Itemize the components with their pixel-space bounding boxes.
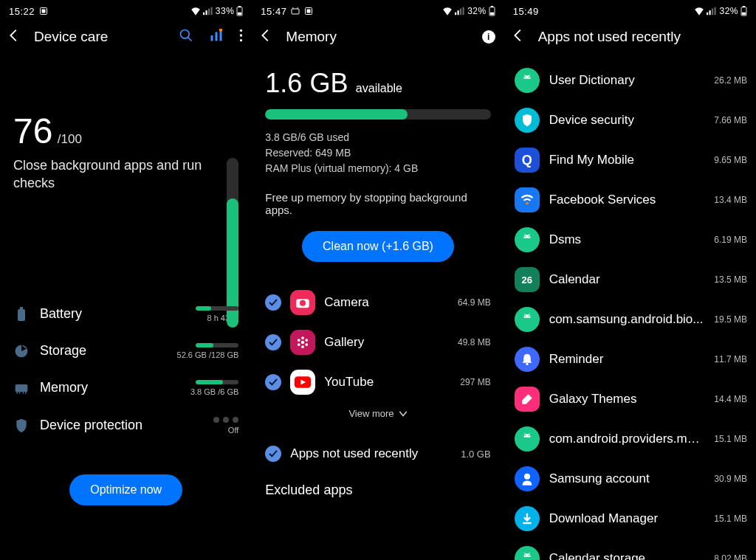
wifi-icon	[694, 7, 704, 15]
category-battery[interactable]: Battery 8 h 43 m	[13, 296, 238, 333]
svg-rect-11	[211, 35, 213, 41]
checkbox-checked-icon[interactable]	[265, 446, 281, 462]
svg-point-36	[300, 300, 306, 306]
more-icon[interactable]	[239, 28, 243, 46]
running-apps-list: Camera 64.9 MB Gallery 49.8 MB YouTube 2…	[265, 283, 490, 419]
memory-hint: Free up memory by stopping background ap…	[265, 191, 490, 216]
clean-now-button[interactable]: Clean now (+1.6 GB)	[302, 231, 454, 262]
app-row[interactable]: YouTube 297 MB	[265, 362, 490, 402]
svg-rect-47	[712, 9, 713, 15]
list-item[interactable]: Device security7.66 MB	[515, 100, 747, 140]
app-bar: Apps not used recently	[504, 19, 756, 55]
category-protection[interactable]: Device protection Off	[13, 407, 238, 445]
app-name-label: Find My Mobile	[549, 153, 705, 167]
optimize-now-button[interactable]: Optimize now	[69, 474, 182, 505]
app-size-label: 15.1 MB	[714, 514, 747, 524]
view-more-button[interactable]: View more	[265, 408, 490, 419]
svg-point-43	[298, 339, 300, 342]
list-item[interactable]: com.android.providers.me...15.1 MB	[515, 419, 747, 459]
svg-point-38	[301, 336, 304, 339]
checkbox-checked-icon[interactable]	[265, 294, 281, 311]
status-time: 15:22	[9, 6, 35, 17]
apps-not-used-row[interactable]: Apps not used recently 1.0 GB	[265, 432, 490, 468]
list-item[interactable]: Samsung account30.9 MB	[515, 459, 747, 499]
list-item[interactable]: Galaxy Themes14.4 MB	[515, 379, 747, 419]
svg-point-72	[525, 555, 526, 556]
svg-point-16	[240, 34, 242, 36]
checkbox-checked-icon[interactable]	[265, 334, 281, 350]
memory-reserved-line: Reserved: 649 MB	[265, 145, 490, 161]
svg-rect-18	[18, 309, 25, 321]
svg-line-59	[524, 234, 526, 235]
status-bar: 15:47 32%	[252, 0, 504, 19]
list-item[interactable]: Download Manager15.1 MB	[515, 499, 747, 539]
svg-rect-48	[715, 7, 716, 15]
protection-dots	[213, 417, 238, 423]
memory-ramplus-line: RAM Plus (virtual memory): 4 GB	[265, 161, 490, 176]
app-size-label: 15.1 MB	[714, 434, 747, 444]
app-name-label: YouTube	[324, 375, 451, 390]
app-bar: Device care	[0, 19, 252, 55]
app-name-label: Galaxy Themes	[549, 392, 705, 407]
svg-line-10	[188, 38, 192, 41]
category-storage[interactable]: Storage 52.6 GB /128 GB	[13, 333, 238, 370]
list-item[interactable]: Facebook Services13.4 MB	[515, 180, 747, 220]
back-button[interactable]	[258, 27, 274, 46]
list-item[interactable]: User Dictionary26.2 MB	[515, 61, 747, 100]
svg-rect-20	[16, 384, 28, 392]
app-size-label: 49.8 MB	[458, 337, 491, 348]
app-icon	[515, 68, 540, 93]
app-size-label: 13.4 MB	[714, 195, 747, 205]
app-size-label: 26.2 MB	[714, 75, 747, 86]
svg-rect-71	[523, 522, 531, 524]
checkbox-checked-icon[interactable]	[265, 374, 281, 390]
app-size-label: 297 MB	[460, 377, 490, 387]
category-value: 52.6 GB /128 GB	[177, 350, 239, 359]
list-item[interactable]: QFind My Mobile9.65 MB	[515, 140, 747, 180]
search-icon[interactable]	[179, 28, 193, 46]
signal-icon	[707, 7, 717, 15]
chart-icon[interactable]	[210, 29, 223, 45]
list-item[interactable]: Calendar storage8.02 MB	[515, 539, 747, 560]
app-name-label: Gallery	[324, 335, 449, 350]
device-care-screen: 15:22 33% Device care 76	[0, 0, 252, 560]
svg-point-37	[301, 341, 305, 345]
excluded-apps-row[interactable]: Excluded apps	[265, 483, 490, 498]
status-bar: 15:22 33%	[0, 0, 252, 19]
app-name-label: Download Manager	[549, 511, 705, 526]
unused-apps-list: User Dictionary26.2 MBDevice security7.6…	[515, 61, 747, 560]
svg-rect-19	[20, 307, 23, 309]
svg-rect-25	[292, 9, 299, 14]
score-value: 76	[13, 111, 52, 151]
notification-icon	[304, 7, 313, 15]
app-row[interactable]: Camera 64.9 MB	[265, 283, 490, 322]
list-item[interactable]: com.samsung.android.bio...19.5 MB	[515, 300, 747, 339]
app-icon	[515, 387, 540, 412]
app-name-label: Facebook Services	[549, 193, 705, 207]
page-title: Apps not used recently	[538, 29, 747, 45]
svg-point-67	[528, 435, 529, 437]
battery-icon	[236, 6, 243, 16]
category-memory[interactable]: Memory 3.8 GB /6 GB	[13, 370, 238, 407]
list-item[interactable]: 26Calendar13.5 MB	[515, 260, 747, 300]
svg-rect-5	[210, 7, 212, 15]
score-description: Close background apps and run checks	[13, 156, 205, 193]
list-item[interactable]: Dsms6.19 MB	[515, 220, 747, 260]
youtube-app-icon	[290, 370, 315, 395]
svg-point-66	[525, 435, 526, 437]
app-name-label: Device security	[549, 113, 705, 128]
back-button[interactable]	[6, 27, 22, 46]
back-button[interactable]	[510, 27, 526, 46]
info-icon[interactable]: i	[482, 30, 495, 44]
svg-rect-30	[460, 9, 461, 15]
app-icon	[515, 426, 540, 452]
svg-rect-12	[216, 32, 218, 41]
app-row[interactable]: Gallery 49.8 MB	[265, 322, 490, 362]
page-title: Device care	[34, 29, 167, 45]
svg-rect-27	[307, 10, 311, 13]
battery-icon	[740, 6, 747, 16]
app-icon	[515, 347, 540, 372]
svg-point-62	[528, 316, 529, 317]
list-item[interactable]: Reminder11.7 MB	[515, 339, 747, 379]
app-size-label: 30.9 MB	[714, 474, 747, 484]
